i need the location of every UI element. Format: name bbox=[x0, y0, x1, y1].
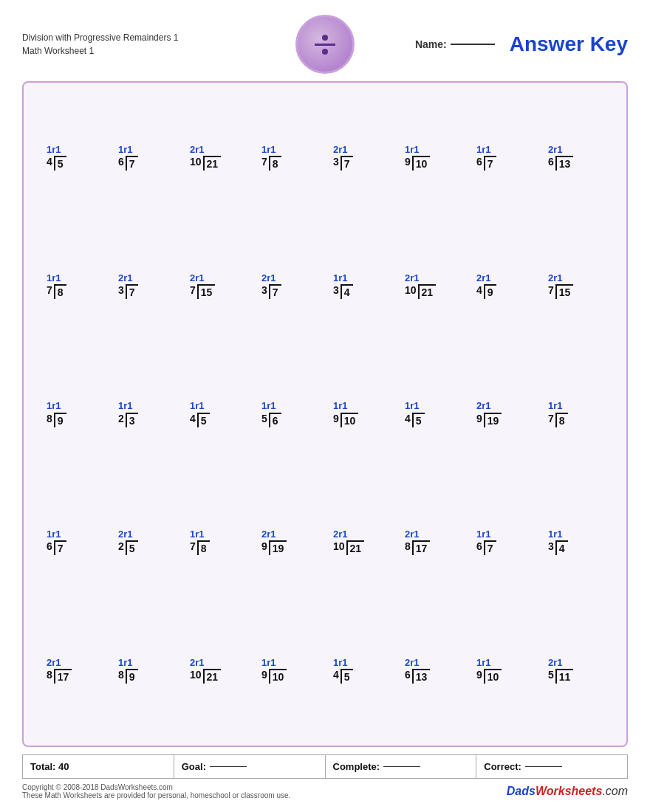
problem: 1r134 bbox=[548, 529, 603, 555]
answer: 2r1 bbox=[190, 273, 205, 283]
header: Division with Progressive Remainders 1 M… bbox=[22, 15, 628, 74]
goal-blank[interactable] bbox=[210, 766, 247, 767]
divisor: 3 bbox=[118, 284, 126, 296]
divisor: 3 bbox=[333, 284, 341, 296]
name-label: Name: bbox=[415, 38, 447, 50]
answer: 2r1 bbox=[548, 658, 563, 668]
division-problem: 919 bbox=[476, 413, 502, 427]
division-problem: 613 bbox=[548, 156, 573, 171]
answer: 1r1 bbox=[47, 145, 61, 155]
dividend: 10 bbox=[269, 669, 287, 684]
division-problem: 910 bbox=[405, 156, 430, 171]
problem-row: 2r18171r1892r110211r19101r1452r16131r191… bbox=[38, 606, 612, 734]
division-problem: 25 bbox=[118, 540, 138, 555]
division-problem: 89 bbox=[47, 413, 66, 427]
divisor: 6 bbox=[405, 669, 412, 681]
divisor: 3 bbox=[548, 540, 555, 552]
divisor: 9 bbox=[405, 156, 412, 168]
copyright-bar: Copyright © 2008-2018 DadsWorksheets.com… bbox=[22, 779, 628, 801]
logo-circle bbox=[295, 15, 355, 74]
copyright-text: Copyright © 2008-2018 DadsWorksheets.com… bbox=[22, 783, 290, 799]
answer: 1r1 bbox=[476, 658, 491, 668]
dividend: 15 bbox=[555, 284, 574, 299]
dividend: 15 bbox=[197, 284, 216, 299]
division-problem: 910 bbox=[476, 669, 502, 684]
page: Division with Progressive Remainders 1 M… bbox=[0, 0, 650, 812]
divisor: 10 bbox=[333, 540, 346, 552]
divisor: 3 bbox=[333, 156, 341, 168]
divisor: 4 bbox=[333, 669, 341, 681]
division-problem: 78 bbox=[548, 413, 568, 427]
problem: 1r1910 bbox=[405, 145, 460, 171]
divisor: 4 bbox=[405, 413, 412, 424]
problem: 2r1511 bbox=[548, 658, 603, 684]
divisor: 10 bbox=[405, 284, 418, 296]
division-problem: 78 bbox=[261, 156, 281, 171]
dividend: 9 bbox=[54, 413, 66, 427]
dividend: 5 bbox=[412, 413, 425, 427]
answer: 1r1 bbox=[333, 401, 348, 411]
problem: 1r123 bbox=[118, 401, 174, 427]
correct-blank[interactable] bbox=[525, 766, 562, 767]
problem: 2r11021 bbox=[333, 529, 389, 555]
division-problem: 37 bbox=[261, 284, 281, 299]
problems-grid: 1r1451r1672r110211r1782r1371r19101r1672r… bbox=[38, 94, 612, 734]
divide-icon bbox=[315, 33, 335, 56]
problem-row: 1r1451r1672r110211r1782r1371r19101r1672r… bbox=[38, 94, 612, 222]
footer-bar: Total: 40 Goal: Complete: Correct: bbox=[22, 754, 628, 779]
answer: 1r1 bbox=[190, 401, 205, 411]
division-problem: 78 bbox=[47, 284, 66, 299]
problem: 2r11021 bbox=[405, 273, 460, 299]
division-problem: 45 bbox=[47, 156, 66, 171]
dividend: 7 bbox=[126, 156, 138, 171]
problem: 2r11021 bbox=[190, 145, 245, 171]
division-problem: 37 bbox=[333, 156, 353, 171]
dividend: 5 bbox=[126, 540, 138, 555]
problem: 1r167 bbox=[476, 529, 532, 555]
problem: 1r145 bbox=[190, 401, 245, 427]
dividend: 10 bbox=[484, 669, 502, 684]
division-problem: 817 bbox=[47, 669, 72, 684]
problem: 1r178 bbox=[548, 401, 603, 427]
division-problem: 56 bbox=[261, 413, 281, 427]
answer: 1r1 bbox=[333, 273, 348, 283]
divisor: 4 bbox=[47, 156, 54, 168]
answer: 2r1 bbox=[476, 273, 491, 283]
divisor: 10 bbox=[190, 156, 203, 168]
problem: 1r178 bbox=[190, 529, 245, 555]
answer: 2r1 bbox=[333, 145, 348, 155]
divisor: 9 bbox=[476, 669, 484, 681]
dividend: 4 bbox=[555, 540, 568, 555]
answer: 2r1 bbox=[333, 529, 348, 540]
divisor: 6 bbox=[47, 540, 54, 552]
answer: 1r1 bbox=[118, 658, 133, 668]
divisor: 7 bbox=[47, 284, 54, 296]
dividend: 10 bbox=[341, 413, 359, 427]
problem: 2r1613 bbox=[405, 658, 460, 684]
divisor: 7 bbox=[548, 413, 555, 424]
answer: 1r1 bbox=[548, 529, 563, 540]
footer-goal: Goal: bbox=[174, 755, 326, 778]
problem: 1r145 bbox=[405, 401, 460, 427]
answer: 1r1 bbox=[476, 145, 491, 155]
answer: 2r1 bbox=[261, 529, 276, 540]
name-field[interactable] bbox=[451, 44, 495, 45]
answer: 2r1 bbox=[548, 145, 563, 155]
divisor: 8 bbox=[118, 669, 126, 681]
answer: 1r1 bbox=[405, 145, 420, 155]
answer: 2r1 bbox=[476, 401, 491, 411]
divisor: 7 bbox=[548, 284, 555, 296]
problem: 2r1817 bbox=[405, 529, 460, 555]
answer: 2r1 bbox=[405, 273, 420, 283]
division-problem: 1021 bbox=[405, 284, 436, 299]
divisor: 7 bbox=[190, 540, 197, 552]
problem: 1r1910 bbox=[261, 658, 317, 684]
answer: 1r1 bbox=[47, 401, 61, 411]
dividend: 13 bbox=[555, 156, 574, 171]
division-problem: 34 bbox=[333, 284, 353, 299]
answer: 1r1 bbox=[118, 145, 133, 155]
dividend: 10 bbox=[412, 156, 431, 171]
answer: 2r1 bbox=[548, 273, 563, 283]
dividend: 21 bbox=[203, 156, 222, 171]
complete-blank[interactable] bbox=[383, 766, 420, 767]
